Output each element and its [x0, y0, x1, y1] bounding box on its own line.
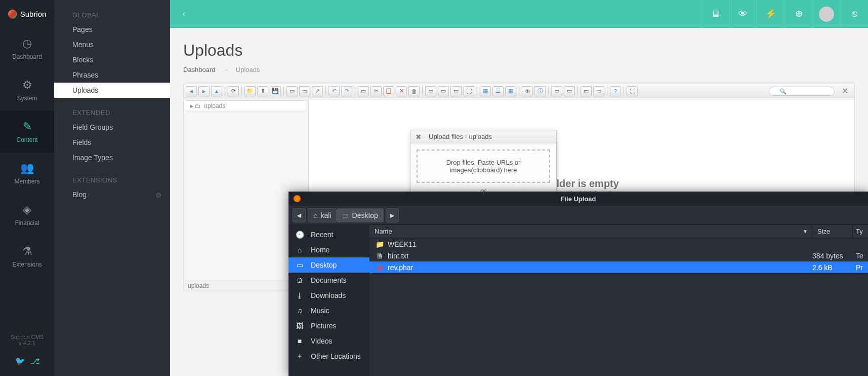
- fm-edit-button[interactable]: ▭: [450, 86, 462, 96]
- fd-titlebar[interactable]: File Upload: [288, 192, 868, 206]
- sub-item-blog[interactable]: Blog⚙: [54, 187, 170, 202]
- path-seg-kali[interactable]: ⌂kali: [308, 208, 337, 222]
- dashboard-icon: ◷: [22, 37, 32, 50]
- fm-tree-root[interactable]: ▸ 🗀 uploads: [186, 100, 306, 111]
- fd-col-name[interactable]: Name ▼: [369, 225, 812, 238]
- nav-financial[interactable]: ◈Financial: [0, 194, 54, 236]
- fd-row[interactable]: ◉rev.phar2.6 kBPr: [369, 261, 868, 273]
- upload-close-icon[interactable]: ✖: [416, 133, 422, 141]
- native-file-dialog: File Upload ◄ ⌂kali▭Desktop ► 🕘Recent⌂Ho…: [288, 192, 868, 376]
- fm-empty-button[interactable]: 🗑: [408, 86, 420, 96]
- fm-search-close-icon[interactable]: ✕: [838, 86, 852, 96]
- sub-group-title: EXTENSIONS: [54, 165, 170, 187]
- fm-cut-button[interactable]: ✂: [370, 86, 382, 96]
- nav-extensions[interactable]: ⚗Extensions: [0, 236, 54, 277]
- nav-label: Members: [14, 178, 39, 185]
- fd-col-type[interactable]: Ty: [853, 225, 868, 238]
- logout-icon[interactable]: ⎋: [840, 0, 868, 28]
- fd-col-size[interactable]: Size: [812, 225, 853, 238]
- desktop-icon[interactable]: 🖥: [701, 0, 729, 28]
- fd-prev-button[interactable]: ◄: [293, 208, 306, 222]
- fd-row[interactable]: 🗎hint.txt384 bytesTe: [369, 250, 868, 261]
- fd-side-recent[interactable]: 🕘Recent: [288, 227, 369, 242]
- fm-list-view-button[interactable]: ☰: [492, 86, 504, 96]
- fm-forward-button[interactable]: ►: [198, 86, 210, 96]
- upload-dialog-header[interactable]: ✖ Upload files - uploads: [410, 130, 556, 143]
- fm-up-button[interactable]: ▲: [211, 86, 222, 96]
- back-button[interactable]: ‹: [170, 9, 198, 19]
- breadcrumb-root[interactable]: Dashboard: [183, 66, 216, 73]
- fd-side-other-locations[interactable]: ＋Other Locations: [288, 349, 369, 364]
- fm-preview2-button[interactable]: ▭: [299, 86, 310, 96]
- fm-paste-button[interactable]: 📋: [383, 86, 394, 96]
- fm-extract-button[interactable]: ▭: [551, 86, 562, 96]
- fm-places-button[interactable]: ▭: [581, 86, 592, 96]
- recent-icon: 🕘: [296, 231, 304, 239]
- fd-side-documents[interactable]: 🗎Documents: [288, 273, 369, 288]
- fm-info-button[interactable]: ⓘ: [534, 86, 546, 96]
- sub-item-pages[interactable]: Pages: [54, 22, 170, 37]
- upload-dropzone[interactable]: Drop files, Paste URLs or images(clipboa…: [417, 149, 550, 183]
- folder-icon: ▸ 🗀: [190, 102, 201, 109]
- github-icon[interactable]: ⎇: [30, 356, 39, 366]
- sub-item-phrases[interactable]: Phrases: [54, 67, 170, 83]
- path-icon: ▭: [342, 211, 349, 219]
- fd-file-list: Name ▼ Size Ty 📁WEEK11🗎hint.txt384 bytes…: [369, 225, 868, 376]
- nav-label: Extensions: [12, 261, 42, 268]
- fd-side-desktop[interactable]: ▭Desktop: [288, 257, 369, 273]
- fd-side-music[interactable]: ♫Music: [288, 303, 369, 318]
- fm-select-button[interactable]: ↗: [312, 86, 323, 96]
- fm-newfolder-button[interactable]: 📁: [244, 86, 256, 96]
- path-seg-desktop[interactable]: ▭Desktop: [337, 208, 383, 222]
- fm-grid-view-button[interactable]: ▦: [480, 86, 491, 96]
- fm-reload-button[interactable]: ⟳: [228, 86, 239, 96]
- fm-duplicate-button[interactable]: ▭: [425, 86, 436, 96]
- nav-content[interactable]: ✎Content: [0, 111, 54, 153]
- bolt-icon[interactable]: ⚡: [757, 0, 784, 28]
- fm-chmod-button[interactable]: ▭: [593, 86, 604, 96]
- topbar: ‹ 🖥 👁 ⚡ ⊕ ⎋: [170, 0, 868, 28]
- fm-archive-button[interactable]: ▭: [564, 86, 575, 96]
- sub-item-blocks[interactable]: Blocks: [54, 52, 170, 67]
- members-icon: 👥: [20, 162, 34, 175]
- sub-item-fields[interactable]: Fields: [54, 135, 170, 150]
- fm-redo-button[interactable]: ↷: [341, 86, 352, 96]
- fm-search-input[interactable]: [769, 87, 835, 96]
- nav-members[interactable]: 👥Members: [0, 153, 54, 194]
- fm-copy-button[interactable]: ▭: [358, 86, 369, 96]
- twitter-icon[interactable]: 🐦: [15, 356, 25, 366]
- fm-sort-button[interactable]: ▦: [505, 86, 516, 96]
- fm-rename-button[interactable]: ▭: [438, 86, 449, 96]
- nav-system[interactable]: ⚙System: [0, 69, 54, 111]
- fd-side-downloads[interactable]: ⭳Downloads: [288, 288, 369, 303]
- fm-help-button[interactable]: ?: [610, 86, 621, 96]
- fm-upload-button[interactable]: ⬆: [257, 86, 268, 96]
- nav-label: Dashboard: [12, 53, 42, 60]
- fm-resize-button[interactable]: ⛶: [463, 86, 474, 96]
- preview-icon[interactable]: 👁: [729, 0, 757, 28]
- sub-item-image-types[interactable]: Image Types: [54, 150, 170, 165]
- nav-dashboard[interactable]: ◷Dashboard: [0, 28, 54, 69]
- fm-open-button[interactable]: ▭: [286, 86, 298, 96]
- sub-item-menus[interactable]: Menus: [54, 37, 170, 52]
- gear-icon[interactable]: ⚙: [155, 191, 162, 199]
- fm-undo-button[interactable]: ↶: [328, 86, 340, 96]
- app-logo[interactable]: Subrion: [0, 0, 54, 28]
- fm-fullscreen-button[interactable]: ⛶: [627, 86, 638, 96]
- documents-icon: 🗎: [296, 276, 304, 284]
- fm-view1-button[interactable]: 👁: [522, 86, 533, 96]
- fm-delete-button[interactable]: ✕: [396, 86, 407, 96]
- fd-side-pictures[interactable]: 🖼Pictures: [288, 318, 369, 333]
- fd-row[interactable]: 📁WEEK11: [369, 238, 868, 250]
- fm-download-button[interactable]: 💾: [270, 86, 281, 96]
- file-size: 384 bytes: [812, 252, 853, 260]
- fm-back-button[interactable]: ◄: [186, 86, 197, 96]
- user-avatar[interactable]: [812, 0, 840, 28]
- content-icon: ✎: [23, 120, 32, 133]
- fd-side-videos[interactable]: ■Videos: [288, 333, 369, 349]
- sub-item-field-groups[interactable]: Field Groups: [54, 120, 170, 135]
- sub-item-uploads[interactable]: Uploads: [54, 83, 170, 98]
- fd-next-button[interactable]: ►: [386, 208, 399, 222]
- fd-side-home[interactable]: ⌂Home: [288, 242, 369, 257]
- globe-icon[interactable]: ⊕: [784, 0, 812, 28]
